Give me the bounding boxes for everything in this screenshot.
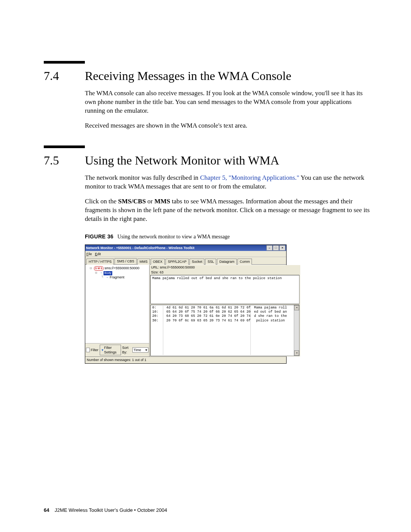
sort-select[interactable]: Time▾	[132, 347, 148, 353]
sort-label: Sort By:	[122, 345, 131, 355]
menu-bar: File Edit	[85, 251, 286, 257]
section-rule	[44, 61, 85, 64]
tab-mms[interactable]: MMS	[137, 259, 150, 265]
scrollbar[interactable]: ▴ ▾	[294, 305, 299, 356]
paragraph: Click on the SMS/CBS or MMS tabs to see …	[85, 197, 373, 224]
menu-file[interactable]: File	[86, 252, 92, 256]
text: The network monitor was fully described …	[85, 174, 200, 181]
body-badge: Body	[104, 271, 112, 275]
tab-comm[interactable]: Comm	[237, 259, 252, 265]
maximize-button[interactable]: □	[273, 245, 279, 251]
section-title: Receiving Messages in the WMA Console	[85, 69, 291, 83]
hex-ascii: ed out of bed an	[254, 310, 298, 314]
hex-bytes: 65 64 20 6f 75 74 20 6f 66 20 62 65 64 2…	[166, 310, 250, 314]
section-number: 7.4	[44, 69, 85, 83]
hex-ascii: Mama pajama roll	[254, 306, 298, 310]
tab-ssl[interactable]: SSL	[205, 259, 216, 265]
funnel-icon: ▾	[102, 348, 104, 352]
hex-offset: 20:	[152, 314, 163, 318]
hex-ascii: d she ran to the	[254, 314, 298, 318]
filter-bar: Filter ▾Filter Settings Sort By: Time▾	[85, 343, 149, 356]
figure-caption-text: Using the network monitor to view a WMA …	[118, 234, 230, 240]
hex-bytes: 20 70 6f 6c 69 63 65 20 73 74 61 74 69 6…	[166, 319, 250, 323]
page-number: 64	[44, 507, 49, 513]
detail-size: Size: 63	[150, 270, 300, 275]
section-title: Using the Network Monitor with WMA	[85, 153, 279, 168]
hex-bytes: 4d 61 6d 61 20 70 61 6a 61 6d 61 20 72 6…	[166, 306, 250, 310]
minimize-button[interactable]: –	[266, 245, 272, 251]
bold-text: MMS	[155, 198, 170, 205]
section-number: 7.5	[44, 153, 85, 168]
menu-edit[interactable]: Edit	[95, 252, 101, 256]
tab-datagram[interactable]: Datagram	[217, 259, 237, 265]
tree-label: sms://+5550000:50000	[104, 266, 139, 270]
tab-obex[interactable]: OBEX	[151, 259, 165, 265]
filter-checkbox[interactable]	[86, 348, 90, 352]
tab-spp-l2cap[interactable]: SPP/L2CAP	[166, 259, 189, 265]
sms-badge: S M S	[94, 266, 104, 270]
footer-text: J2ME Wireless Toolkit User's Guide • Oct…	[54, 507, 167, 513]
hex-offset: 0:	[152, 306, 163, 310]
tree-node-sms[interactable]: ⊟ S M S sms://+5550000:50000	[90, 266, 148, 271]
tab-http-https[interactable]: HTTP / HTTPS	[86, 259, 114, 265]
status-bar: Number of shown messages: 1 out of 1	[85, 356, 286, 363]
page-footer: 64J2ME Wireless Toolkit User's Guide • O…	[44, 507, 167, 513]
figure-label: FIGURE 36	[85, 233, 113, 240]
figure-caption: FIGURE 36 Using the network monitor to v…	[85, 233, 373, 241]
paragraph: Received messages are shown in the WMA c…	[85, 121, 373, 130]
detail-pane: URL: sms://+5550000:50000 Size: 63 Mama …	[150, 265, 300, 356]
hex-ascii: police station	[254, 319, 298, 323]
network-monitor-window: Network Monitor - +5550001 - DefaultColo…	[85, 244, 287, 363]
hex-offset: 30:	[152, 319, 163, 323]
hex-offset: 10:	[152, 310, 163, 314]
detail-url: URL: sms://+5550000:50000	[150, 265, 300, 270]
bold-text: SMS/CBS	[118, 198, 146, 205]
close-button[interactable]: ×	[279, 245, 285, 251]
section-7-4: 7.4 Receiving Messages in the WMA Consol…	[44, 61, 373, 130]
chevron-down-icon: ▾	[145, 348, 147, 352]
tree-node-body[interactable]: ⊟ → Body	[95, 271, 148, 275]
tab-socket[interactable]: Socket	[190, 259, 205, 265]
paragraph: The network monitor was fully described …	[85, 174, 373, 191]
chapter-link[interactable]: Chapter 5, "Monitoring Applications."	[200, 174, 299, 181]
tab-bar: HTTP / HTTPS SMS / CBS MMS OBEX SPP/L2CA…	[85, 257, 286, 265]
paragraph: The WMA console can also receive message…	[85, 89, 373, 115]
hex-pane[interactable]: 0: 10: 20: 30: 4d 61 6d 61 20 70 61 6a 6…	[150, 305, 299, 356]
message-text-pane[interactable]: Mama pajama rolled out of bed and she ra…	[150, 275, 299, 304]
section-7-5: 7.5 Using the Network Monitor with WMA T…	[44, 145, 373, 364]
window-titlebar[interactable]: Network Monitor - +5550001 - DefaultColo…	[85, 245, 286, 251]
hex-bytes: 64 20 73 68 65 20 72 61 6e 20 74 6f 20 7…	[166, 314, 250, 318]
tab-sms-cbs[interactable]: SMS / CBS	[115, 258, 137, 264]
scroll-up-button[interactable]: ▴	[294, 305, 299, 310]
tree-pane: ⊟ S M S sms://+5550000:50000 ⊟ → Body └ …	[85, 265, 150, 356]
window-title: Network Monitor - +5550001 - DefaultColo…	[86, 246, 266, 250]
tree-node-fragment[interactable]: └ → Fragment	[101, 275, 148, 280]
filter-settings-button[interactable]: ▾Filter Settings	[100, 345, 121, 355]
scroll-down-button[interactable]: ▾	[294, 350, 299, 356]
section-rule	[44, 145, 85, 148]
tree-label: Fragment	[110, 275, 124, 279]
text: Click on the	[85, 198, 118, 205]
text: or	[146, 198, 155, 205]
filter-label: Filter	[91, 348, 99, 352]
